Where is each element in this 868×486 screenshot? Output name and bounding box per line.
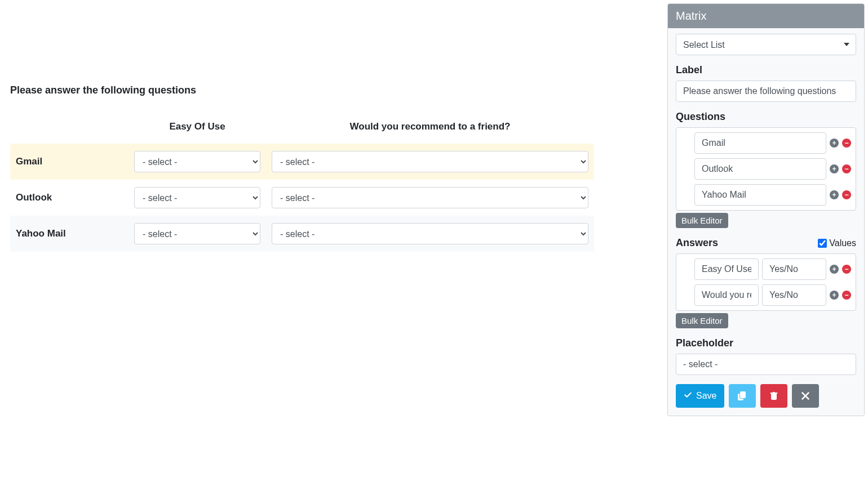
matrix-column-header: Would you recommend to a friend? [266, 114, 594, 144]
matrix-select[interactable]: - select - [272, 187, 588, 208]
matrix-select[interactable]: - select - [134, 187, 260, 208]
properties-panel: Matrix Select List Label Questions + − + [667, 3, 865, 416]
matrix-row: Yahoo Mail - select - - select - [10, 216, 594, 252]
close-button[interactable] [792, 384, 819, 408]
field-type-select[interactable]: Select List [676, 34, 856, 55]
question-row: + − [694, 158, 851, 180]
remove-icon[interactable]: − [842, 139, 851, 148]
matrix-row: Gmail - select - - select - [10, 144, 594, 180]
answer-value-input[interactable] [762, 284, 826, 306]
label-input[interactable] [676, 81, 856, 102]
remove-icon[interactable]: − [842, 291, 851, 300]
delete-button[interactable] [760, 384, 787, 408]
label-heading: Label [676, 64, 856, 76]
add-icon[interactable]: + [830, 291, 839, 300]
values-checkbox-label: Values [829, 238, 856, 248]
matrix-label: Please answer the following questions [10, 84, 667, 96]
question-input[interactable] [694, 132, 826, 154]
add-icon[interactable]: + [830, 190, 839, 199]
matrix-preview: Please answer the following questions Ea… [0, 0, 667, 486]
bulk-editor-button[interactable]: Bulk Editor [676, 213, 728, 228]
matrix-select[interactable]: - select - [134, 151, 260, 172]
add-icon[interactable]: + [830, 139, 839, 148]
footer-buttons: Save [676, 384, 856, 408]
matrix-table: Easy Of Use Would you recommend to a fri… [10, 114, 594, 252]
field-type-select-wrap: Select List [676, 34, 856, 55]
bulk-editor-button[interactable]: Bulk Editor [676, 313, 728, 328]
answers-heading: Answers Values [676, 237, 856, 249]
matrix-row-label: Yahoo Mail [10, 216, 129, 252]
save-button[interactable]: Save [676, 384, 724, 408]
duplicate-button[interactable] [729, 384, 756, 408]
matrix-select[interactable]: - select - [272, 151, 588, 172]
matrix-row-label: Gmail [10, 144, 129, 180]
save-button-label: Save [696, 391, 716, 401]
check-icon [684, 391, 693, 400]
question-row: + − [694, 184, 851, 206]
answer-label-input[interactable] [694, 284, 759, 306]
answers-heading-text: Answers [676, 237, 718, 249]
placeholder-heading: Placeholder [676, 337, 856, 349]
matrix-row: Outlook - select - - select - [10, 180, 594, 216]
placeholder-input[interactable] [676, 354, 856, 375]
add-icon[interactable]: + [830, 265, 839, 274]
answer-row: + − [694, 284, 851, 306]
question-input[interactable] [694, 158, 826, 180]
remove-icon[interactable]: − [842, 164, 851, 173]
remove-icon[interactable]: − [842, 190, 851, 199]
question-row: + − [694, 132, 851, 154]
questions-section: Questions + − + − + − Bulk Editor [676, 111, 856, 228]
trash-icon [769, 391, 778, 400]
label-section: Label [676, 64, 856, 102]
answer-label-input[interactable] [694, 258, 759, 280]
question-input[interactable] [694, 184, 826, 206]
values-checkbox[interactable] [818, 239, 827, 248]
matrix-column-header: Easy Of Use [129, 114, 266, 144]
matrix-row-label: Outlook [10, 180, 129, 216]
remove-icon[interactable]: − [842, 265, 851, 274]
answer-row: + − [694, 258, 851, 280]
copy-icon [738, 391, 747, 400]
placeholder-section: Placeholder [676, 337, 856, 375]
close-icon [801, 391, 810, 400]
matrix-corner-cell [10, 114, 129, 144]
questions-heading: Questions [676, 111, 856, 123]
panel-title: Matrix [668, 4, 864, 28]
matrix-select[interactable]: - select - [272, 223, 588, 244]
add-icon[interactable]: + [830, 164, 839, 173]
answer-value-input[interactable] [762, 258, 826, 280]
matrix-select[interactable]: - select - [134, 223, 260, 244]
values-toggle[interactable]: Values [818, 238, 856, 248]
answers-section: Answers Values + − [676, 237, 856, 328]
